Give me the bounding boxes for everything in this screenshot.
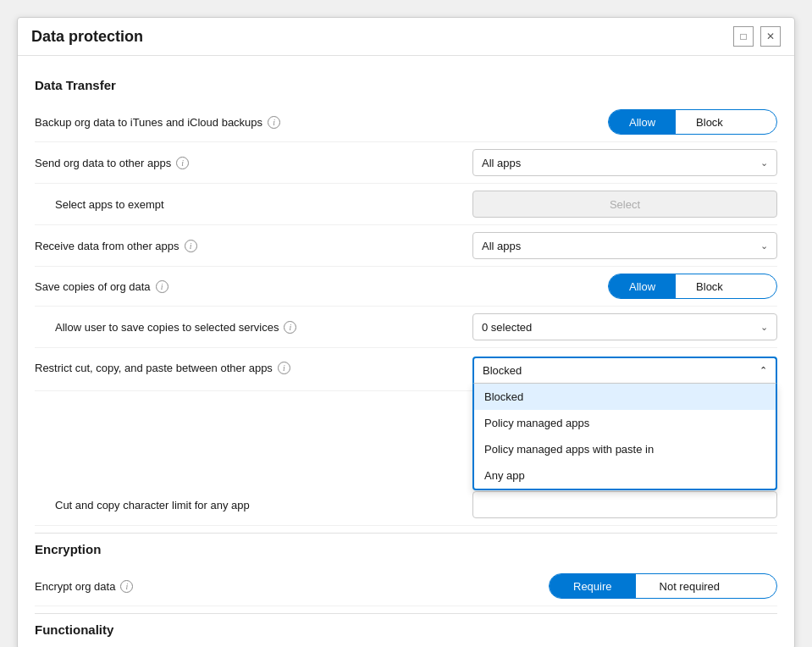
send-org-data-label: Send org data to other apps i bbox=[35, 157, 189, 169]
save-copies-info-icon[interactable]: i bbox=[156, 280, 168, 293]
receive-info-icon[interactable]: i bbox=[185, 240, 197, 252]
encryption-heading: Encryption bbox=[35, 542, 777, 556]
receive-dropdown[interactable]: All apps ⌄ bbox=[472, 232, 777, 259]
send-dropdown-arrow: ⌄ bbox=[760, 158, 768, 169]
encrypt-require-option[interactable]: Require bbox=[550, 574, 636, 598]
allow-user-save-arrow: ⌄ bbox=[760, 322, 768, 333]
save-copies-control: Allow Block bbox=[472, 274, 777, 299]
save-copies-toggle[interactable]: Allow Block bbox=[608, 274, 777, 299]
allow-user-save-control: 0 selected ⌄ bbox=[472, 313, 777, 340]
backup-block-option[interactable]: Block bbox=[676, 110, 743, 134]
close-button[interactable]: ✕ bbox=[760, 26, 781, 47]
select-apps-button: Select bbox=[472, 191, 777, 218]
minimize-button[interactable]: □ bbox=[733, 26, 754, 47]
restrict-option-any-app[interactable]: Any app bbox=[474, 462, 776, 489]
send-control: All apps ⌄ bbox=[472, 149, 777, 176]
encrypt-org-data-label: Encrypt org data i bbox=[35, 580, 133, 593]
receive-dropdown-value: All apps bbox=[482, 240, 521, 252]
restrict-control: Blocked ⌃ Blocked Policy managed apps Po… bbox=[472, 357, 777, 384]
receive-control: All apps ⌄ bbox=[472, 232, 777, 259]
cut-copy-limit-input[interactable] bbox=[472, 491, 777, 518]
allow-user-save-label: Allow user to save copies to selected se… bbox=[55, 321, 296, 334]
restrict-option-blocked[interactable]: Blocked bbox=[474, 384, 776, 410]
select-apps-label: Select apps to exempt bbox=[55, 198, 164, 211]
send-dropdown[interactable]: All apps ⌄ bbox=[472, 149, 777, 176]
restrict-cut-copy-label: Restrict cut, copy, and paste between ot… bbox=[35, 362, 290, 374]
select-apps-row: Select apps to exempt Select bbox=[35, 184, 777, 225]
send-org-data-row: Send org data to other apps i All apps ⌄ bbox=[35, 142, 777, 184]
title-bar: Data protection □ ✕ bbox=[18, 18, 794, 56]
cut-copy-limit-control bbox=[472, 491, 777, 518]
data-transfer-heading: Data Transfer bbox=[35, 78, 777, 92]
save-copies-label: Save copies of org data i bbox=[35, 280, 168, 293]
receive-dropdown-arrow: ⌄ bbox=[760, 241, 768, 252]
backup-org-data-label: Backup org data to iTunes and iCloud bac… bbox=[35, 116, 280, 129]
backup-org-data-row: Backup org data to iTunes and iCloud bac… bbox=[35, 102, 777, 142]
allow-user-save-info-icon[interactable]: i bbox=[284, 321, 296, 334]
send-info-icon[interactable]: i bbox=[176, 157, 189, 169]
restrict-dropdown-container: Blocked ⌃ Blocked Policy managed apps Po… bbox=[472, 357, 777, 384]
encrypt-not-required-option[interactable]: Not required bbox=[636, 574, 744, 598]
backup-allow-option[interactable]: Allow bbox=[609, 110, 676, 134]
restrict-cut-copy-row: Restrict cut, copy, and paste between ot… bbox=[35, 348, 777, 391]
encrypt-org-data-row: Encrypt org data i Require Not required bbox=[35, 567, 777, 606]
send-dropdown-value: All apps bbox=[482, 157, 521, 169]
receive-data-row: Receive data from other apps i All apps … bbox=[35, 225, 777, 267]
window-controls: □ ✕ bbox=[733, 26, 781, 47]
restrict-option-policy-managed[interactable]: Policy managed apps bbox=[474, 410, 776, 436]
allow-user-save-row: Allow user to save copies to selected se… bbox=[35, 307, 777, 348]
restrict-info-icon[interactable]: i bbox=[278, 362, 290, 374]
restrict-dropdown-trigger[interactable]: Blocked ⌃ bbox=[472, 357, 777, 384]
allow-user-save-dropdown[interactable]: 0 selected ⌄ bbox=[472, 313, 777, 340]
encrypt-control: Require Not required bbox=[472, 573, 777, 599]
content-area: Data Transfer Backup org data to iTunes … bbox=[18, 56, 794, 647]
encrypt-info-icon[interactable]: i bbox=[120, 580, 133, 593]
save-copies-row: Save copies of org data i Allow Block bbox=[35, 267, 777, 307]
functionality-heading: Functionality bbox=[35, 622, 777, 637]
cut-copy-limit-row: Cut and copy character limit for any app bbox=[35, 484, 777, 526]
backup-info-icon[interactable]: i bbox=[268, 116, 280, 129]
restrict-option-policy-paste[interactable]: Policy managed apps with paste in bbox=[474, 436, 776, 462]
receive-data-label: Receive data from other apps i bbox=[35, 240, 197, 252]
allow-user-save-value: 0 selected bbox=[482, 321, 532, 334]
cut-copy-limit-label: Cut and copy character limit for any app bbox=[55, 499, 250, 512]
backup-toggle[interactable]: Allow Block bbox=[608, 109, 777, 135]
restrict-dropdown-chevron-up: ⌃ bbox=[760, 365, 767, 376]
select-apps-control: Select bbox=[472, 191, 777, 218]
encrypt-toggle[interactable]: Require Not required bbox=[549, 573, 777, 599]
window-title: Data protection bbox=[31, 28, 143, 46]
backup-control: Allow Block bbox=[472, 109, 777, 135]
save-copies-allow-option[interactable]: Allow bbox=[609, 274, 676, 298]
restrict-dropdown-value: Blocked bbox=[483, 364, 522, 377]
save-copies-block-option[interactable]: Block bbox=[676, 274, 743, 298]
restrict-dropdown-menu: Blocked Policy managed apps Policy manag… bbox=[472, 384, 777, 490]
data-protection-window: Data protection □ ✕ Data Transfer Backup… bbox=[17, 17, 795, 647]
